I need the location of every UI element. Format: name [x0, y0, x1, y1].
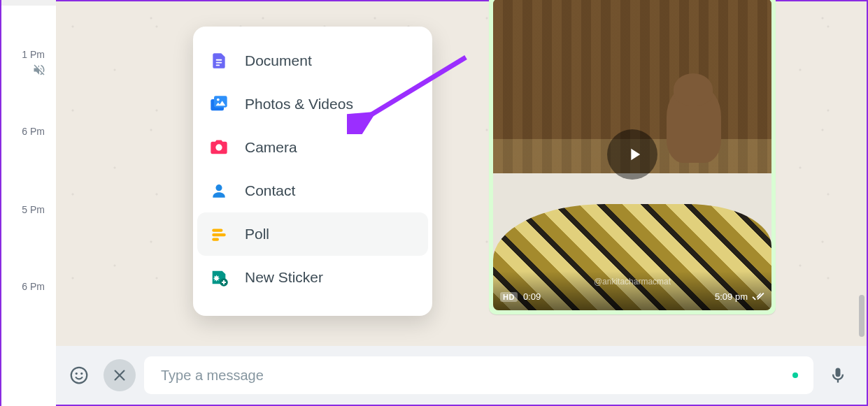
chat-time: 5 Pm [22, 204, 45, 215]
attach-new-sticker[interactable]: New Sticker [193, 256, 432, 299]
svg-point-15 [80, 372, 83, 375]
video-meta-left: HD 0:09 [500, 291, 541, 302]
chat-time: 6 Pm [22, 281, 45, 292]
play-icon[interactable] [607, 129, 657, 180]
attach-camera[interactable]: Camera [193, 126, 432, 169]
svg-rect-10 [212, 238, 219, 240]
svg-rect-2 [216, 64, 220, 66]
menu-label: Photos & Videos [245, 96, 353, 113]
outgoing-video-message[interactable]: HD 0:09 @ankitacharmacmat 5:09 pm [489, 0, 776, 314]
emoji-button[interactable] [63, 359, 95, 391]
svg-point-5 [217, 99, 220, 101]
voice-message-button[interactable] [822, 359, 854, 391]
svg-point-14 [76, 372, 78, 375]
close-icon [112, 368, 127, 383]
menu-label: Poll [245, 226, 269, 242]
chat-time: 1 Pm [22, 49, 45, 60]
menu-label: Document [245, 52, 312, 69]
muted-icon [32, 63, 46, 80]
app-frame: 1 Pm 6 Pm 5 Pm 6 Pm [0, 0, 868, 406]
attach-photos-videos[interactable]: Photos & Videos [193, 82, 432, 126]
video-duration: 0:09 [523, 291, 541, 302]
message-input[interactable]: Type a message [144, 356, 813, 394]
chat-panel: HD 0:09 @ankitacharmacmat 5:09 pm Docume… [56, 1, 867, 405]
hd-badge: HD [500, 292, 518, 302]
message-time: 5:09 pm [715, 291, 748, 302]
message-composer: Type a message [56, 346, 867, 405]
attachment-menu: Document Photos & Videos Camera Contact [193, 27, 432, 316]
new-sticker-icon [208, 267, 229, 288]
contact-icon [208, 180, 229, 201]
svg-rect-8 [212, 229, 222, 231]
chat-list-sidebar: 1 Pm 6 Pm 5 Pm 6 Pm [1, 1, 56, 406]
video-thumbnail[interactable]: HD 0:09 @ankitacharmacmat 5:09 pm [493, 0, 771, 310]
svg-point-7 [215, 184, 222, 191]
menu-label: New Sticker [245, 269, 323, 286]
chat-list-selected-indicator [1, 0, 56, 6]
chat-time: 6 Pm [22, 126, 45, 137]
presence-indicator [792, 372, 798, 378]
menu-label: Contact [245, 182, 295, 199]
attach-contact[interactable]: Contact [193, 169, 432, 212]
svg-rect-1 [216, 62, 222, 64]
message-placeholder: Type a message [161, 368, 264, 384]
attach-document[interactable]: Document [193, 39, 432, 82]
attach-poll[interactable]: Poll [197, 212, 428, 256]
svg-rect-9 [212, 233, 226, 236]
menu-label: Camera [245, 139, 297, 156]
svg-point-13 [71, 368, 87, 384]
microphone-icon [828, 365, 848, 385]
poll-icon [208, 224, 229, 245]
svg-point-6 [215, 144, 222, 150]
read-receipt-icon [752, 292, 764, 302]
video-caption: @ankitacharmacmat [594, 277, 671, 287]
photos-videos-icon [208, 94, 229, 115]
video-timestamp: 5:09 pm [715, 291, 764, 302]
camera-icon [208, 137, 229, 158]
document-icon [208, 50, 229, 71]
svg-rect-0 [216, 59, 222, 61]
chat-scrollbar[interactable] [859, 295, 865, 337]
attach-close-button[interactable] [104, 359, 136, 391]
